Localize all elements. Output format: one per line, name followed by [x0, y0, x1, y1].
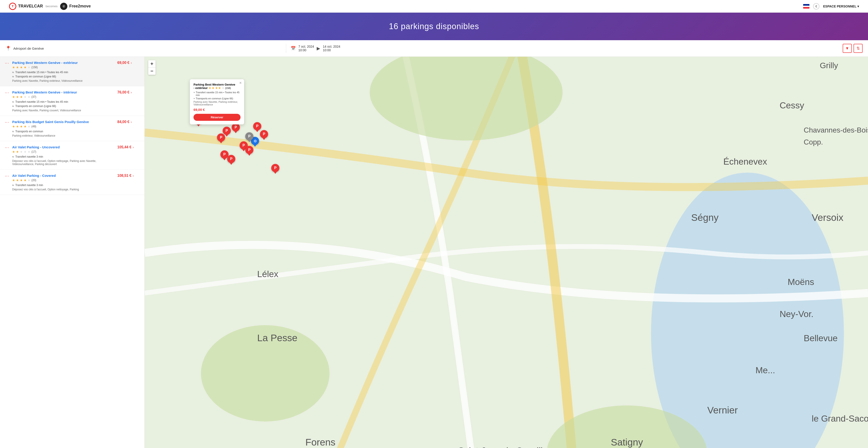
price: 84,00 €	[117, 120, 129, 124]
filter-buttons: ▼ ⇅	[843, 44, 863, 53]
star-5: ★	[28, 150, 31, 153]
pin-body: P	[232, 123, 240, 131]
parking-item[interactable]: ⋮ Parking Best Western Genève - intérieu…	[0, 86, 145, 116]
price-section: 105,44 € ›	[117, 145, 140, 149]
parking-info: Air Valet Parking - Uncovered ★ ★ ★ ★ ★ …	[12, 145, 115, 166]
parking-info: Parking Best Western Genève - extérieur …	[12, 61, 115, 82]
date-start: 7 oct. 2024	[298, 45, 314, 48]
star-5: ★	[28, 125, 31, 128]
pin-body: P	[260, 130, 268, 138]
feature-shuttle: ≈ Transfert navette 3 min	[12, 183, 115, 187]
three-dots-icon[interactable]: ⋮	[4, 90, 9, 94]
rating-stars: ★ ★ ★ ★ ★ (37)	[12, 95, 115, 99]
price: 105,44 €	[117, 145, 131, 149]
parking-name-link[interactable]: Parking Ibis Budget Saint Genis Pouilly …	[12, 120, 115, 124]
map-pin[interactable]: P	[217, 133, 225, 143]
three-dots-icon[interactable]: ⋮	[4, 120, 9, 124]
date-start-block[interactable]: 7 oct. 2024 10:00	[298, 45, 314, 52]
map-pin-gray[interactable]: P	[245, 132, 253, 142]
pin-tail	[242, 149, 245, 151]
price-arrow-icon: ›	[131, 61, 132, 65]
espace-perso-button[interactable]: ESPACE PERSONNEL ▾	[823, 4, 859, 8]
parking-name-link[interactable]: Air Valet Parking - Uncovered	[12, 145, 115, 149]
map-pin[interactable]: P	[260, 130, 268, 140]
star-1: ★	[12, 125, 15, 128]
popup-close-button[interactable]: ✕	[239, 81, 242, 85]
star-4: ★	[24, 150, 27, 153]
svg-text:Lélex: Lélex	[257, 269, 278, 279]
parking-name-link[interactable]: Parking Best Western Genève - intérieur	[12, 90, 115, 94]
currency-badge[interactable]: €	[813, 3, 819, 9]
price-arrow-icon: ›	[131, 120, 132, 124]
map-pin[interactable]: P	[232, 123, 240, 133]
header: T TRAVELCAR becomes © Free2move € ESPACE…	[0, 0, 868, 13]
popup-tags: Parking avec Navette, Parking extérieur,…	[193, 101, 241, 106]
parking-name-link[interactable]: Parking Best Western Genève - extérieur	[12, 61, 115, 65]
transport-icon: ≈	[12, 130, 14, 133]
popup-parking-name: Parking Best Western Genève - extérieur …	[193, 83, 241, 90]
three-dots-icon[interactable]: ⋮	[4, 145, 9, 149]
time-start: 10:00	[298, 48, 314, 52]
three-dots-icon[interactable]: ⋮	[4, 174, 9, 178]
review-count: (20)	[31, 179, 36, 182]
star-1: ★	[12, 95, 15, 99]
star-1: ★	[12, 66, 15, 69]
flag-icon[interactable]	[803, 4, 809, 8]
popup-feature-transport: ≈ Transports en commun (Ligne 66)	[193, 97, 241, 100]
main-content: ⋮ Parking Best Western Genève - extérieu…	[0, 57, 868, 448]
pin-tail	[234, 131, 237, 133]
map-pin[interactable]: P	[271, 164, 279, 174]
sort-button[interactable]: ⇅	[854, 44, 863, 53]
feature-shuttle: ≈ Transfert navette 3 min	[12, 155, 115, 159]
star-1: ★	[12, 178, 15, 182]
parking-item[interactable]: ⋮ Parking Ibis Budget Saint Genis Pouill…	[0, 116, 145, 141]
rating-stars: ★ ★ ★ ★ ★ (17)	[12, 150, 115, 153]
parking-tags: Déposez vos clés à l'accueil, Option net…	[12, 160, 115, 166]
svg-text:Bellevue: Bellevue	[804, 333, 838, 343]
three-dots-icon[interactable]: ⋮	[4, 61, 9, 65]
header-logos: T TRAVELCAR becomes © Free2move	[9, 3, 91, 10]
svg-text:Versoix: Versoix	[812, 212, 843, 223]
price: 69,00 €	[117, 61, 129, 65]
location-selector[interactable]: 📍 Aéroport de Genève	[5, 46, 281, 51]
parking-item[interactable]: ⋮ Air Valet Parking - Covered ★ ★ ★ ★ ★ …	[0, 170, 145, 195]
zoom-out-button[interactable]: −	[148, 68, 156, 75]
svg-text:le Grand-Saconnex: le Grand-Saconnex	[812, 414, 868, 423]
rating-stars: ★ ★ ★ ★ ★ (158)	[12, 66, 115, 69]
zoom-in-button[interactable]: +	[148, 60, 156, 68]
parking-name-link[interactable]: Air Valet Parking - Covered	[12, 174, 115, 177]
popup-feature-shuttle: ≈ Transfert navette 15 min • Toutes les …	[193, 91, 241, 96]
search-bar: 📍 Aéroport de Genève 📅 7 oct. 2024 10:00…	[0, 40, 868, 57]
svg-text:Ségny: Ségny	[691, 212, 719, 223]
star-2: ★	[16, 125, 19, 128]
pin-tail	[197, 124, 200, 127]
map-background: Gex Grilly Cessy Chavannes-des-Bois Copp…	[145, 57, 868, 448]
review-count: (49)	[31, 125, 36, 128]
star-2: ★	[16, 95, 19, 99]
map-pin[interactable]: P	[227, 155, 235, 165]
svg-text:Ney-Vor.: Ney-Vor.	[780, 309, 813, 319]
hero-title: 16 parkings disponibles	[4, 22, 864, 31]
star-5: ★	[28, 95, 31, 99]
parking-item[interactable]: ⋮ Air Valet Parking - Uncovered ★ ★ ★ ★ …	[0, 141, 145, 170]
star-4: ★	[24, 178, 27, 182]
location-text: Aéroport de Genève	[13, 46, 44, 50]
pin-tail	[230, 163, 233, 165]
parking-info: Parking Best Western Genève - intérieur …	[12, 90, 115, 112]
filter-button[interactable]: ▼	[843, 44, 852, 53]
pin-tail-gray	[248, 140, 251, 142]
shuttle-icon: ≈	[12, 155, 14, 159]
parking-item[interactable]: ⋮ Parking Best Western Genève - extérieu…	[0, 57, 145, 86]
svg-text:Forens: Forens	[305, 437, 336, 448]
map-svg: Gex Grilly Cessy Chavannes-des-Bois Copp…	[145, 57, 868, 448]
star-5: ★	[28, 178, 31, 182]
date-end-block[interactable]: 14 oct. 2024 10:00	[323, 45, 340, 52]
map-pin[interactable]: P	[245, 146, 253, 156]
reserve-button[interactable]: Réserver	[193, 114, 241, 121]
price-section: 76,00 € ›	[117, 90, 140, 94]
star-4: ★	[24, 125, 27, 128]
star-5: ★	[28, 66, 31, 69]
svg-text:La Pesse: La Pesse	[257, 333, 298, 343]
free2move-logo: © Free2move	[60, 3, 91, 10]
header-right: € ESPACE PERSONNEL ▾	[803, 3, 859, 9]
